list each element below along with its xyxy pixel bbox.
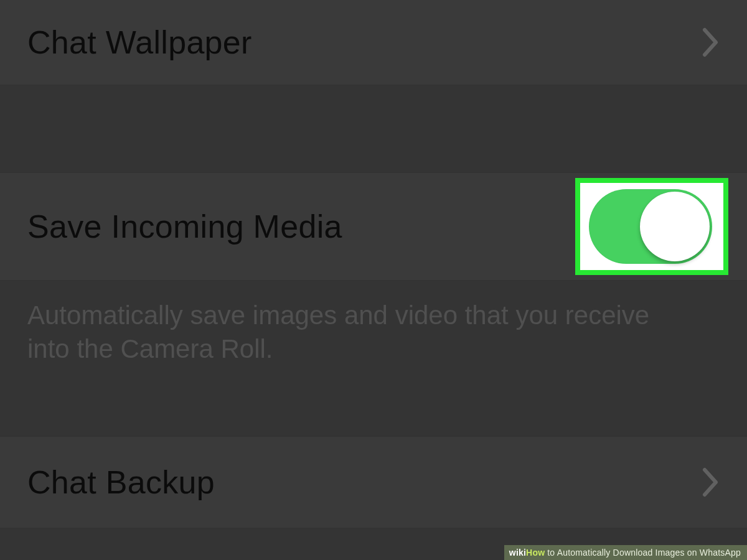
save-incoming-media-description: Automatically save images and video that… [27,299,681,366]
settings-row-chat-backup[interactable]: Chat Backup [0,436,747,529]
toggle-knob [640,192,710,261]
chat-wallpaper-label: Chat Wallpaper [27,24,252,61]
save-incoming-media-label: Save Incoming Media [27,208,342,245]
settings-row-save-incoming-media[interactable]: Save Incoming Media [0,172,747,281]
section-gap [0,391,747,436]
chevron-right-icon [702,27,720,57]
footer-how: How [526,548,545,558]
chevron-right-icon [702,467,720,497]
chat-backup-label: Chat Backup [27,464,215,501]
settings-row-chat-wallpaper[interactable]: Chat Wallpaper [0,0,747,86]
section-gap [0,86,747,172]
footer-wiki: wiki [509,548,526,558]
footer-caption: wikiHow to Automatically Download Images… [504,545,747,560]
save-incoming-media-description-block: Automatically save images and video that… [0,281,747,391]
toggle-highlight-box [575,178,728,275]
footer-title: to Automatically Download Images on What… [547,548,741,558]
save-incoming-media-toggle[interactable] [589,189,712,264]
